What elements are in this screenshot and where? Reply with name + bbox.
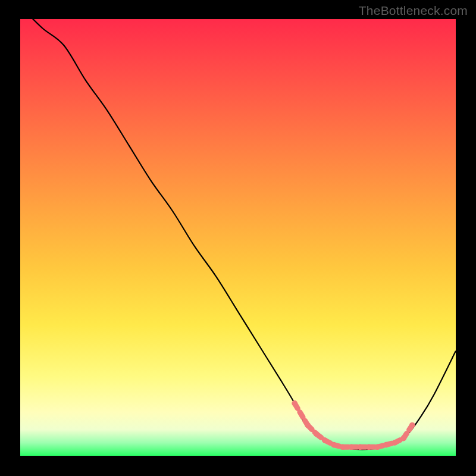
plot-area <box>20 19 456 456</box>
bottleneck-curve <box>20 19 456 456</box>
watermark-text: TheBottleneck.com <box>359 4 468 18</box>
valley-marker-dot <box>409 422 415 428</box>
chart-frame: TheBottleneck.com <box>0 0 476 476</box>
valley-marker-segment <box>295 403 308 425</box>
